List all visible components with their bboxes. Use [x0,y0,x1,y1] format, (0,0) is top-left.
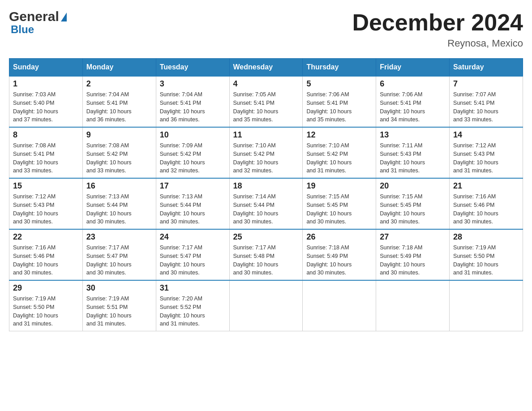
day-info: Sunrise: 7:14 AMSunset: 5:44 PMDaylight:… [233,193,299,226]
day-cell-8: 8Sunrise: 7:08 AMSunset: 5:41 PMDaylight… [9,127,83,178]
day-number: 11 [233,130,299,140]
day-info: Sunrise: 7:19 AMSunset: 5:50 PMDaylight:… [13,295,79,328]
day-info: Sunrise: 7:16 AMSunset: 5:46 PMDaylight:… [13,244,79,277]
day-cell-4: 4Sunrise: 7:05 AMSunset: 5:41 PMDaylight… [229,76,303,127]
week-row-3: 15Sunrise: 7:12 AMSunset: 5:43 PMDayligh… [9,178,523,229]
month-title: December 2024 [352,9,523,36]
day-number: 28 [453,232,519,242]
day-number: 23 [86,232,152,242]
day-cell-21: 21Sunrise: 7:16 AMSunset: 5:46 PMDayligh… [450,178,523,229]
day-cell-18: 18Sunrise: 7:14 AMSunset: 5:44 PMDayligh… [229,178,303,229]
day-number: 25 [233,232,299,242]
empty-cell [450,280,523,331]
day-number: 24 [160,232,226,242]
day-number: 27 [380,232,446,242]
day-number: 15 [13,181,79,191]
week-row-5: 29Sunrise: 7:19 AMSunset: 5:50 PMDayligh… [9,280,523,331]
day-number: 3 [160,79,226,89]
day-number: 13 [380,130,446,140]
day-number: 22 [13,232,79,242]
calendar-header-friday: Friday [376,59,450,77]
day-info: Sunrise: 7:08 AMSunset: 5:41 PMDaylight:… [13,141,79,175]
day-number: 21 [453,181,519,191]
day-cell-25: 25Sunrise: 7:17 AMSunset: 5:48 PMDayligh… [229,229,303,280]
day-cell-16: 16Sunrise: 7:13 AMSunset: 5:44 PMDayligh… [82,178,156,229]
empty-cell [303,280,376,331]
calendar-header-sunday: Sunday [9,59,83,77]
day-info: Sunrise: 7:11 AMSunset: 5:43 PMDaylight:… [380,141,446,175]
day-info: Sunrise: 7:15 AMSunset: 5:45 PMDaylight:… [306,193,372,226]
day-number: 20 [380,181,446,191]
logo: General Blue [9,9,67,36]
logo-general-text: General [9,9,59,24]
day-info: Sunrise: 7:09 AMSunset: 5:42 PMDaylight:… [160,141,226,175]
day-info: Sunrise: 7:19 AMSunset: 5:50 PMDaylight:… [453,244,519,277]
day-number: 8 [13,130,79,140]
calendar-header-saturday: Saturday [450,59,523,77]
page-header: General Blue December 2024 Reynosa, Mexi… [9,9,523,49]
day-info: Sunrise: 7:08 AMSunset: 5:42 PMDaylight:… [86,141,152,175]
day-info: Sunrise: 7:17 AMSunset: 5:47 PMDaylight:… [160,244,226,277]
day-info: Sunrise: 7:12 AMSunset: 5:43 PMDaylight:… [453,141,519,175]
day-info: Sunrise: 7:07 AMSunset: 5:41 PMDaylight:… [453,90,519,124]
day-cell-12: 12Sunrise: 7:10 AMSunset: 5:42 PMDayligh… [303,127,376,178]
empty-cell [229,280,303,331]
day-cell-14: 14Sunrise: 7:12 AMSunset: 5:43 PMDayligh… [450,127,523,178]
day-info: Sunrise: 7:19 AMSunset: 5:51 PMDaylight:… [86,295,152,328]
day-cell-27: 27Sunrise: 7:18 AMSunset: 5:49 PMDayligh… [376,229,450,280]
day-info: Sunrise: 7:16 AMSunset: 5:46 PMDaylight:… [453,193,519,226]
day-number: 16 [86,181,152,191]
day-cell-24: 24Sunrise: 7:17 AMSunset: 5:47 PMDayligh… [156,229,229,280]
day-info: Sunrise: 7:06 AMSunset: 5:41 PMDaylight:… [380,90,446,124]
day-number: 18 [233,181,299,191]
title-block: December 2024 Reynosa, Mexico [352,9,523,49]
day-info: Sunrise: 7:13 AMSunset: 5:44 PMDaylight:… [160,193,226,226]
day-info: Sunrise: 7:03 AMSunset: 5:40 PMDaylight:… [13,90,79,124]
location: Reynosa, Mexico [352,38,523,49]
day-info: Sunrise: 7:10 AMSunset: 5:42 PMDaylight:… [233,141,299,175]
day-info: Sunrise: 7:13 AMSunset: 5:44 PMDaylight:… [86,193,152,226]
day-cell-20: 20Sunrise: 7:15 AMSunset: 5:45 PMDayligh… [376,178,450,229]
day-info: Sunrise: 7:04 AMSunset: 5:41 PMDaylight:… [160,90,226,124]
day-number: 29 [13,283,79,293]
day-info: Sunrise: 7:04 AMSunset: 5:41 PMDaylight:… [86,90,152,124]
week-row-4: 22Sunrise: 7:16 AMSunset: 5:46 PMDayligh… [9,229,523,280]
calendar-table: SundayMondayTuesdayWednesdayThursdayFrid… [9,58,523,331]
day-cell-17: 17Sunrise: 7:13 AMSunset: 5:44 PMDayligh… [156,178,229,229]
day-info: Sunrise: 7:20 AMSunset: 5:52 PMDaylight:… [160,295,226,328]
day-cell-3: 3Sunrise: 7:04 AMSunset: 5:41 PMDaylight… [156,76,229,127]
day-info: Sunrise: 7:18 AMSunset: 5:49 PMDaylight:… [306,244,372,277]
day-cell-26: 26Sunrise: 7:18 AMSunset: 5:49 PMDayligh… [303,229,376,280]
day-info: Sunrise: 7:15 AMSunset: 5:45 PMDaylight:… [380,193,446,226]
day-cell-29: 29Sunrise: 7:19 AMSunset: 5:50 PMDayligh… [9,280,83,331]
logo-triangle-icon [61,13,67,21]
day-number: 6 [380,79,446,89]
calendar-header-thursday: Thursday [303,59,376,77]
day-number: 19 [306,181,372,191]
day-info: Sunrise: 7:18 AMSunset: 5:49 PMDaylight:… [380,244,446,277]
week-row-1: 1Sunrise: 7:03 AMSunset: 5:40 PMDaylight… [9,76,523,127]
day-cell-31: 31Sunrise: 7:20 AMSunset: 5:52 PMDayligh… [156,280,229,331]
day-number: 9 [86,130,152,140]
day-cell-9: 9Sunrise: 7:08 AMSunset: 5:42 PMDaylight… [82,127,156,178]
day-number: 5 [306,79,372,89]
day-number: 17 [160,181,226,191]
day-number: 2 [86,79,152,89]
empty-cell [376,280,450,331]
day-cell-30: 30Sunrise: 7:19 AMSunset: 5:51 PMDayligh… [82,280,156,331]
day-number: 31 [160,283,226,293]
day-cell-5: 5Sunrise: 7:06 AMSunset: 5:41 PMDaylight… [303,76,376,127]
day-number: 1 [13,79,79,89]
day-number: 30 [86,283,152,293]
calendar-header-tuesday: Tuesday [156,59,229,77]
day-cell-23: 23Sunrise: 7:17 AMSunset: 5:47 PMDayligh… [82,229,156,280]
day-info: Sunrise: 7:06 AMSunset: 5:41 PMDaylight:… [306,90,372,124]
day-number: 7 [453,79,519,89]
day-info: Sunrise: 7:05 AMSunset: 5:41 PMDaylight:… [233,90,299,124]
day-cell-10: 10Sunrise: 7:09 AMSunset: 5:42 PMDayligh… [156,127,229,178]
day-info: Sunrise: 7:17 AMSunset: 5:47 PMDaylight:… [86,244,152,277]
day-cell-28: 28Sunrise: 7:19 AMSunset: 5:50 PMDayligh… [450,229,523,280]
day-cell-13: 13Sunrise: 7:11 AMSunset: 5:43 PMDayligh… [376,127,450,178]
day-cell-2: 2Sunrise: 7:04 AMSunset: 5:41 PMDaylight… [82,76,156,127]
day-number: 4 [233,79,299,89]
